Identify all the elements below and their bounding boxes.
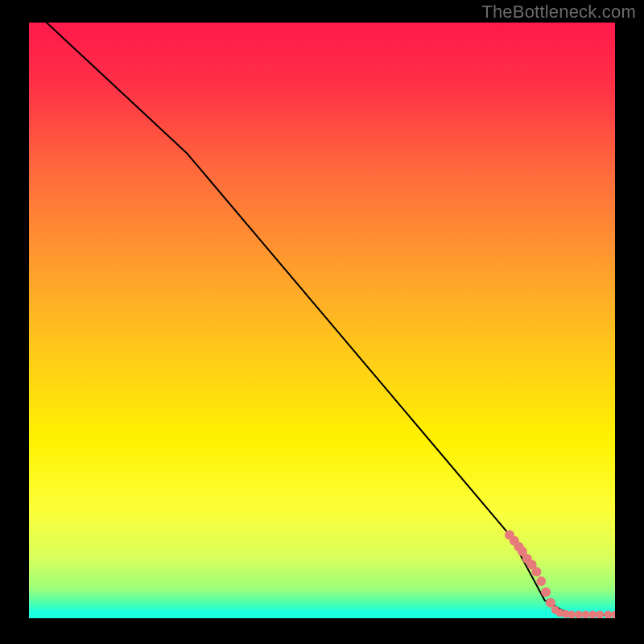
markers-group	[505, 530, 615, 618]
marker-point	[575, 611, 583, 618]
chart-overlay	[29, 23, 615, 618]
marker-point	[604, 611, 612, 618]
curve-line	[47, 23, 615, 615]
marker-point	[596, 611, 604, 618]
marker-point	[611, 611, 615, 618]
marker-point	[536, 576, 546, 586]
chart-frame: TheBottleneck.com	[0, 0, 644, 644]
marker-point	[541, 587, 551, 597]
marker-point	[582, 611, 590, 618]
watermark-text: TheBottleneck.com	[481, 2, 636, 23]
plot-area	[29, 23, 615, 618]
marker-point	[531, 567, 541, 576]
marker-point	[588, 611, 597, 618]
